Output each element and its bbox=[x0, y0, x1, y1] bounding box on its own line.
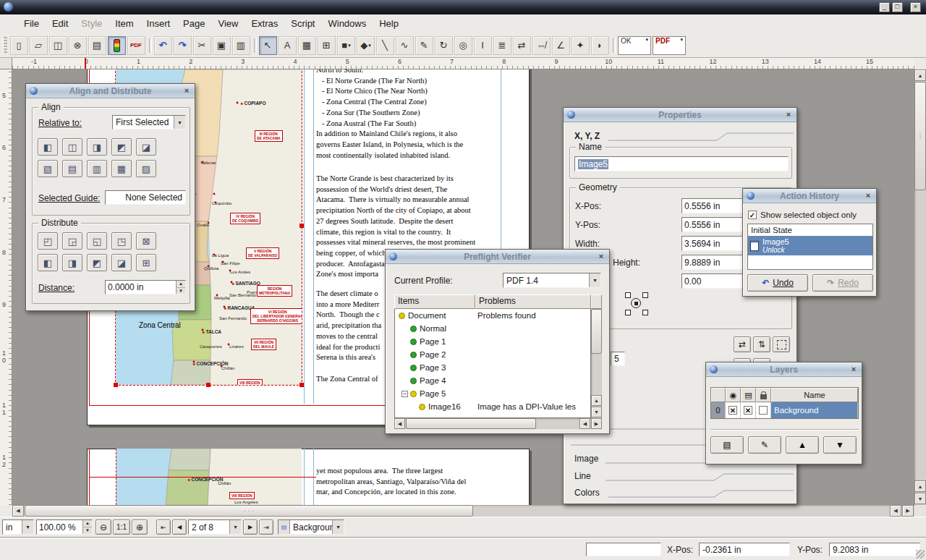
insert-bezier-button[interactable]: ∿ bbox=[396, 36, 414, 55]
toolbar-separator[interactable] bbox=[252, 36, 258, 55]
items-column-header[interactable]: Items bbox=[394, 294, 475, 309]
close-icon[interactable]: × bbox=[783, 110, 794, 120]
tab-xyz[interactable]: X, Y, Z bbox=[574, 131, 600, 141]
insert-text-frame-button[interactable]: A bbox=[279, 36, 297, 55]
distance-spin[interactable]: 0.0000 in ▲▼ bbox=[105, 280, 186, 294]
delete-layer-button[interactable]: ✎ bbox=[748, 436, 781, 454]
distribute-equal-v-button[interactable]: ◪ bbox=[111, 254, 132, 271]
zoom-100-button[interactable]: 1:1 bbox=[113, 519, 130, 535]
redo-button[interactable]: ↷ Redo bbox=[812, 274, 873, 292]
text-frame[interactable]: North to South: - El Norte Grande (The F… bbox=[316, 69, 506, 161]
redo-button[interactable]: ↷ bbox=[174, 36, 192, 55]
distribute-y-dist-button[interactable]: ⊞ bbox=[136, 254, 156, 271]
spin-down-icon[interactable]: ▼ bbox=[83, 527, 92, 534]
close-document-button[interactable]: ⊗ bbox=[69, 36, 87, 55]
align-middles-button[interactable]: ▤ bbox=[62, 160, 82, 177]
align-top-edges-button[interactable]: ▧ bbox=[38, 160, 58, 177]
align-left-sides-button[interactable]: ◧ bbox=[38, 138, 58, 156]
distribute-bottoms-button[interactable]: ◩ bbox=[87, 254, 107, 271]
distribute-tops-button[interactable]: ◧ bbox=[38, 254, 58, 271]
align-bottom-edges-button[interactable]: ▥ bbox=[87, 160, 107, 177]
zoom-tool-button[interactable]: ◎ bbox=[454, 36, 472, 55]
palette-titlebar[interactable]: Properties × bbox=[564, 108, 797, 122]
close-icon[interactable]: × bbox=[182, 86, 192, 96]
zoom-out-button[interactable]: ⊖ bbox=[95, 519, 111, 535]
tab-colors[interactable]: Colors bbox=[574, 488, 600, 498]
preflight-tree-row[interactable]: Page 4 bbox=[395, 374, 590, 387]
show-selected-only-checkbox[interactable]: ✓ bbox=[748, 211, 757, 219]
preflight-verifier-button[interactable] bbox=[108, 36, 126, 55]
menu-item[interactable]: Item bbox=[109, 14, 140, 33]
unit-select[interactable]: in▾ bbox=[2, 519, 34, 535]
insert-image-frame-button[interactable]: ▦ bbox=[298, 36, 316, 55]
menu-help[interactable]: Help bbox=[373, 14, 405, 33]
tree-horizontal-scrollbar[interactable]: ◀ ◀ ▶ bbox=[394, 418, 602, 429]
next-page-button[interactable]: ▶ bbox=[243, 519, 258, 535]
scroll-left-icon[interactable]: ◀ bbox=[394, 418, 405, 429]
story-editor-button[interactable]: ≣ bbox=[493, 36, 511, 55]
relative-to-select[interactable]: First Selected▾ bbox=[112, 115, 186, 130]
distribute-left-sides-button[interactable]: ◰ bbox=[38, 232, 58, 250]
palette-titlebar[interactable]: Layers × bbox=[706, 362, 862, 377]
preflight-tree-row[interactable]: Image16 Image has a DPI-Value les bbox=[395, 400, 590, 413]
flip-horizontal-button[interactable]: ⇄ bbox=[734, 336, 751, 352]
distribute-centers-h-button[interactable]: ◲ bbox=[62, 232, 82, 250]
previous-page-button[interactable]: ◀ bbox=[172, 519, 187, 535]
preflight-tree-row[interactable]: Document Problems found bbox=[395, 309, 590, 322]
tree-expander-icon[interactable]: − bbox=[402, 391, 408, 397]
resize-handle[interactable] bbox=[300, 383, 304, 387]
vertical-ruler[interactable]: 5 6 7 8 9 10 11 12 bbox=[0, 69, 12, 505]
align-bottoms-button[interactable]: ◪ bbox=[136, 138, 156, 156]
window-close-button[interactable]: × bbox=[910, 2, 921, 12]
palette-titlebar[interactable]: Action History × bbox=[743, 189, 876, 203]
insert-shape-button[interactable]: ■▾ bbox=[337, 36, 355, 55]
history-list[interactable]: Initial State Image5 Unlock bbox=[747, 224, 873, 270]
undo-button[interactable]: ↶ Undo bbox=[747, 274, 808, 292]
preflight-tree-row[interactable]: − Page 5 bbox=[395, 387, 590, 400]
raise-layer-button[interactable]: ▲ bbox=[786, 436, 819, 454]
basepoint-selector[interactable] bbox=[624, 291, 650, 317]
align-stack-button[interactable]: ▦ bbox=[111, 160, 132, 177]
zoom-in-button[interactable]: ⊕ bbox=[132, 519, 148, 535]
menu-insert[interactable]: Insert bbox=[140, 14, 177, 33]
toolbar-separator[interactable] bbox=[147, 36, 153, 55]
export-pdf-button[interactable]: PDF bbox=[127, 36, 145, 55]
page-select[interactable]: 2 of 8▾ bbox=[188, 519, 242, 535]
last-page-button[interactable]: ⇥ bbox=[259, 519, 273, 535]
scroll-left-icon[interactable]: ◀ bbox=[890, 505, 901, 517]
problems-column-header[interactable]: Problems bbox=[475, 294, 591, 309]
new-document-button[interactable]: ▯ bbox=[10, 36, 28, 55]
palette-titlebar[interactable]: Align and Distribute × bbox=[26, 84, 195, 98]
scroll-right-icon[interactable]: ▶ bbox=[902, 505, 914, 517]
menu-file[interactable]: File bbox=[17, 14, 46, 33]
preflight-tree-row[interactable]: Page 1 bbox=[395, 335, 590, 348]
menu-view[interactable]: View bbox=[211, 14, 245, 33]
spin-up-icon[interactable]: ▲ bbox=[177, 281, 185, 288]
layer-visible-checkbox[interactable]: ✕ bbox=[729, 406, 737, 415]
text-frame[interactable]: yet most populous area. The three larges… bbox=[316, 466, 506, 498]
close-icon[interactable]: × bbox=[863, 191, 873, 201]
history-item[interactable]: Initial State bbox=[748, 224, 872, 236]
edit-contents-button[interactable]: I bbox=[474, 36, 492, 55]
distribute-equal-h-button[interactable]: ◳ bbox=[111, 232, 132, 250]
name-input[interactable]: Image5 bbox=[574, 156, 789, 171]
resize-handle[interactable] bbox=[114, 383, 118, 387]
preflight-tree-row[interactable]: Page 3 bbox=[395, 361, 590, 374]
scroll-up-icon[interactable]: ▲ bbox=[914, 480, 926, 492]
spin-up-icon[interactable]: ▲ bbox=[83, 520, 92, 527]
layer-print-checkbox[interactable]: ✕ bbox=[744, 406, 752, 415]
layer-select[interactable]: ▤ Background ▾ bbox=[278, 519, 344, 535]
distribute-middles-button[interactable]: ◨ bbox=[62, 254, 82, 271]
zoom-level-spin[interactable]: 100.00 % ▲▼ bbox=[36, 519, 93, 535]
menu-windows[interactable]: Windows bbox=[321, 14, 373, 33]
palette-titlebar[interactable]: Preflight Verifier × bbox=[386, 250, 609, 264]
scroll-up-icon[interactable]: ▲ bbox=[591, 395, 602, 406]
horizontal-ruler[interactable]: -1 0 1 2 3 4 5 6 7 8 9 10 11 12 13 14 15 bbox=[12, 58, 914, 69]
distribute-x-dist-button[interactable]: ⊠ bbox=[136, 232, 156, 250]
preflight-tree-row[interactable]: Normal bbox=[395, 322, 590, 335]
align-to-guide-button[interactable]: ▨ bbox=[136, 160, 156, 177]
insert-freehand-button[interactable]: ✎ bbox=[415, 36, 433, 55]
toolbar-separator[interactable] bbox=[611, 36, 616, 55]
link-text-frames-button[interactable]: ⇄ bbox=[513, 36, 531, 55]
flip-vertical-button[interactable]: ⇅ bbox=[753, 336, 770, 352]
